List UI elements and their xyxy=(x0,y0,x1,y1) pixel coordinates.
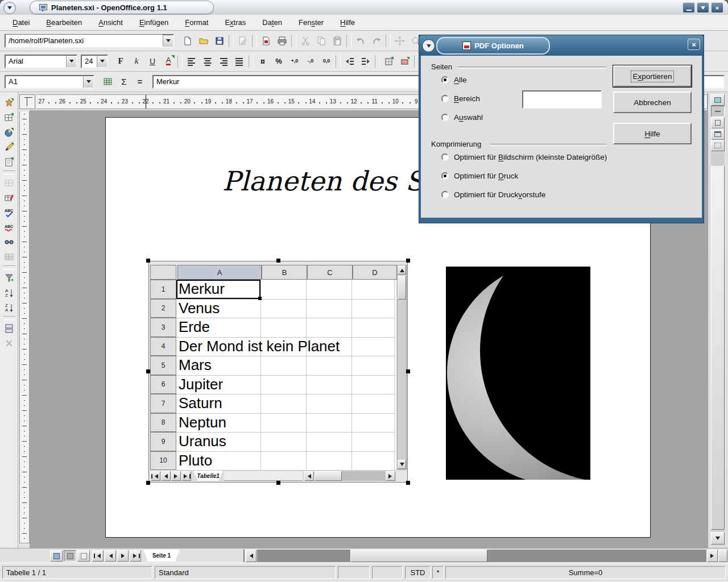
abbrechen-button[interactable]: Abbrechen xyxy=(613,92,692,113)
cell-a6[interactable]: Jupiter xyxy=(179,375,223,394)
radio-label-optimiert-f-r-druckvorstufe[interactable]: Optimiert für Druckvorstufe xyxy=(454,190,545,199)
save-document-button[interactable] xyxy=(212,34,227,48)
sort-descending-button[interactable]: ZA xyxy=(1,300,17,314)
selection-handle[interactable] xyxy=(146,259,150,263)
layer-mode-button-2[interactable] xyxy=(64,550,76,562)
url-combo[interactable] xyxy=(5,34,174,48)
column-header-b[interactable]: B xyxy=(262,265,307,280)
last-page-button[interactable] xyxy=(130,550,141,562)
selection-handle[interactable] xyxy=(406,259,410,263)
embedded-spreadsheet[interactable]: ABCD 1Merkur2Venus3Erde4Der Mond ist kei… xyxy=(148,261,408,483)
selection-handle[interactable] xyxy=(146,369,150,373)
font-size-dropdown-button[interactable] xyxy=(97,56,107,67)
row-header-8[interactable]: 8 xyxy=(150,413,176,433)
vertical-ruler[interactable] xyxy=(19,111,30,543)
scrollbar-thumb[interactable] xyxy=(398,276,406,300)
decrease-indent-button[interactable] xyxy=(342,54,357,69)
row-header-7[interactable]: 7 xyxy=(150,394,176,413)
fill-handle[interactable] xyxy=(258,297,262,300)
scrollbar-track[interactable] xyxy=(257,550,706,562)
minimize-button[interactable] xyxy=(682,2,695,13)
menu-fenster[interactable]: Fenster xyxy=(293,16,329,28)
next-page-button[interactable] xyxy=(117,550,129,562)
exportieren-button[interactable]: Exportieren xyxy=(613,65,692,87)
cell-reference-dropdown-button[interactable] xyxy=(83,76,93,88)
status-sum[interactable]: Summe=0 xyxy=(445,566,726,579)
scroll-down-button[interactable] xyxy=(711,532,725,544)
number-delete-decimal-button[interactable]: -,0 xyxy=(303,54,318,69)
status-page-style[interactable]: Standard xyxy=(155,566,336,579)
row-header-1[interactable]: 1 xyxy=(150,280,176,299)
view-slides-button[interactable] xyxy=(711,117,725,128)
layer-mode-button-1[interactable] xyxy=(50,550,63,562)
cell-reference-combo[interactable]: A1 xyxy=(5,75,94,89)
first-sheet-button[interactable] xyxy=(151,471,160,481)
close-button[interactable]: × xyxy=(711,2,723,13)
number-percent-button[interactable]: % xyxy=(271,54,286,69)
url-dropdown-button[interactable] xyxy=(163,35,173,47)
window-system-menu-button[interactable] xyxy=(3,2,16,14)
scroll-down-button[interactable] xyxy=(398,460,406,469)
autospellcheck-button[interactable]: ABC xyxy=(1,220,17,234)
row-header-10[interactable]: 10 xyxy=(150,451,176,471)
font-name-combo[interactable]: Arial xyxy=(5,55,77,68)
radio-label-optimiert-f-r-druck[interactable]: Optimiert für Druck xyxy=(454,172,518,180)
cell-a2[interactable]: Venus xyxy=(179,299,220,318)
align-left-button[interactable] xyxy=(184,54,199,69)
selection-handle[interactable] xyxy=(276,259,280,263)
split-window-button[interactable] xyxy=(1,321,17,335)
view-notes-button[interactable] xyxy=(711,128,725,140)
menu-daten[interactable]: Daten xyxy=(257,16,288,28)
hilfe-button[interactable]: Hilfe xyxy=(613,123,692,144)
column-header-a[interactable]: A xyxy=(177,265,262,280)
dialog-system-menu-button[interactable] xyxy=(422,39,435,52)
dialog-titlebar[interactable]: PDF Optionen × xyxy=(419,35,704,56)
next-sheet-button[interactable] xyxy=(171,471,181,481)
status-selection-mode[interactable]: STD xyxy=(405,566,431,579)
row-header-2[interactable]: 2 xyxy=(150,299,176,318)
insert-form-button[interactable] xyxy=(1,155,17,169)
scroll-up-button[interactable] xyxy=(398,265,406,275)
menu-bearbeiten[interactable]: Bearbeiten xyxy=(40,16,88,28)
autoformat-button[interactable] xyxy=(1,190,17,205)
font-name-dropdown-button[interactable] xyxy=(66,56,76,67)
sort-ascending-button[interactable]: AZ xyxy=(1,285,17,300)
selection-handle[interactable] xyxy=(406,481,410,485)
scroll-right-button[interactable] xyxy=(386,471,395,481)
scrollbar-thumb[interactable] xyxy=(350,550,487,562)
last-sheet-button[interactable] xyxy=(181,471,191,481)
increase-indent-button[interactable] xyxy=(358,54,373,69)
sheet-tab[interactable]: Tabelle1 xyxy=(193,471,223,481)
italic-button[interactable]: k xyxy=(129,54,144,69)
corner-header[interactable] xyxy=(150,265,176,280)
page-tab[interactable]: Seite 1 xyxy=(143,550,180,562)
new-document-button[interactable] xyxy=(180,34,195,48)
menu-datei[interactable]: Datei xyxy=(7,16,35,28)
align-right-button[interactable] xyxy=(216,54,231,69)
menu-hilfe[interactable]: Hilfe xyxy=(334,16,361,28)
dialog-close-button[interactable]: × xyxy=(688,39,700,50)
scrollbar-thumb[interactable] xyxy=(711,166,725,530)
scrollbar-thumb[interactable] xyxy=(315,471,342,481)
radio-bereich[interactable] xyxy=(441,95,449,102)
view-drawing-button[interactable] xyxy=(711,94,725,106)
scroll-right-button[interactable] xyxy=(707,550,718,562)
cell-a8[interactable]: Neptun xyxy=(179,413,226,433)
radio-label-optimiert-f-r-bildschirm-kleinste-dateig[interactable]: Optimiert für Bildschirm (kleinste Datei… xyxy=(454,153,607,161)
window-titlebar[interactable]: Planeten.sxi - OpenOffice.org 1.1 × xyxy=(0,0,728,15)
previous-page-button[interactable] xyxy=(105,550,116,562)
insert-cells-button[interactable] xyxy=(1,110,17,124)
selection-handle[interactable] xyxy=(276,481,280,485)
row-header-9[interactable]: 9 xyxy=(150,432,176,451)
bold-button[interactable]: F xyxy=(113,54,128,69)
row-header-3[interactable]: 3 xyxy=(150,318,176,337)
align-center-button[interactable] xyxy=(200,54,215,69)
view-outline-button[interactable] xyxy=(711,106,725,117)
first-page-button[interactable] xyxy=(92,550,104,562)
radio-optimiert-f-r-bildschirm-kleinste-dateig[interactable] xyxy=(441,153,449,161)
cell-a7[interactable]: Saturn xyxy=(179,394,222,413)
previous-sheet-button[interactable] xyxy=(161,471,171,481)
autofilter-button[interactable] xyxy=(1,271,17,285)
find-replace-button[interactable] xyxy=(1,235,17,249)
cell-a5[interactable]: Mars xyxy=(179,356,212,375)
